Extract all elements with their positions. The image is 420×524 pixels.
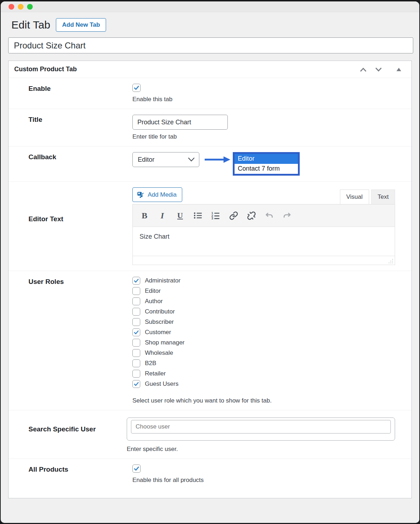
all-products-caption: Enable this for all products (132, 477, 395, 484)
bold-button[interactable]: B (137, 209, 152, 222)
callback-label: Callback (14, 152, 132, 176)
undo-button[interactable] (262, 209, 277, 222)
role-wholesale-checkbox[interactable] (132, 349, 140, 357)
link-icon (229, 211, 238, 220)
move-down-icon[interactable] (374, 66, 383, 73)
add-media-button[interactable]: Add Media (132, 187, 182, 202)
role-retailer-checkbox[interactable] (132, 370, 140, 378)
tab-title-field[interactable] (132, 115, 228, 130)
title-row: Title Enter title for tab (9, 109, 411, 146)
role-customer-checkbox[interactable] (132, 328, 140, 336)
search-user-label: Search Specific User (14, 417, 127, 453)
italic-button[interactable]: I (155, 209, 170, 222)
role-author-checkbox[interactable] (132, 297, 140, 305)
dropdown-option-contact7[interactable]: Contact 7 form (235, 164, 298, 174)
numbered-list-icon: 123 (211, 211, 220, 220)
editor-toolbar: B I U 123 (133, 204, 395, 227)
pointer-arrow-icon (204, 156, 231, 164)
page-title: Edit Tab (11, 19, 50, 31)
search-user-row: Search Specific User Enter specific user… (9, 410, 411, 458)
role-shop-manager: Shop manager (132, 339, 395, 347)
callback-selected-value: Editor (138, 156, 154, 164)
chevron-down-icon (188, 157, 195, 162)
title-label: Title (14, 115, 132, 140)
role-b2b: B2B (132, 359, 395, 367)
editor-text-row: Editor Text Add Media Visu (9, 181, 411, 271)
editor-text-label: Editor Text (14, 187, 132, 265)
italic-icon: I (161, 211, 164, 221)
search-user-caption: Enter specific user. (127, 446, 395, 453)
move-up-icon[interactable] (358, 66, 368, 73)
role-b2b-checkbox[interactable] (132, 359, 140, 367)
role-wholesale: Wholesale (132, 349, 395, 357)
resize-handle[interactable] (388, 259, 393, 264)
role-contributor-checkbox[interactable] (132, 308, 140, 316)
role-author: Author (132, 297, 395, 305)
all-products-label: All Products (14, 465, 132, 484)
role-subscriber: Subscriber (132, 318, 395, 326)
title-caption: Enter title for tab (132, 133, 395, 140)
collapse-toggle-icon[interactable] (395, 67, 402, 72)
role-guest-users-checkbox[interactable] (132, 380, 140, 388)
link-button[interactable] (226, 209, 241, 222)
unlink-button[interactable] (244, 209, 259, 222)
enable-caption: Enable this tab (132, 96, 395, 103)
role-shop-manager-checkbox[interactable] (132, 339, 140, 347)
all-products-row: All Products Enable this for all product… (9, 458, 411, 494)
add-new-tab-button[interactable]: Add New Tab (56, 18, 106, 32)
close-window-icon[interactable] (9, 4, 14, 10)
media-icon (137, 191, 145, 198)
role-subscriber-checkbox[interactable] (132, 318, 140, 326)
dropdown-option-editor[interactable]: Editor (235, 154, 298, 164)
tab-text[interactable]: Text (371, 190, 395, 204)
callback-row: Callback Editor Editor Contact 7 form (9, 146, 411, 181)
user-roles-list: Administrator Editor Author Contributor … (132, 277, 395, 388)
tab-visual[interactable]: Visual (340, 190, 369, 204)
editor-statusbar (133, 256, 395, 265)
role-contributor: Contributor (132, 308, 395, 316)
user-roles-label: User Roles (14, 277, 132, 404)
minimize-window-icon[interactable] (18, 4, 23, 10)
wysiwyg-editor: B I U 123 (132, 204, 395, 265)
callback-select[interactable]: Editor (132, 152, 199, 167)
underline-icon: U (177, 211, 183, 220)
enable-checkbox[interactable] (132, 84, 141, 92)
tab-title-input[interactable] (8, 37, 413, 53)
role-editor: Editor (132, 287, 395, 295)
enable-row: Enable Enable this tab (9, 78, 411, 109)
role-administrator-checkbox[interactable] (132, 277, 140, 285)
custom-product-tab-metabox: Custom Product Tab Enable Enable (8, 61, 412, 498)
bulleted-list-icon (193, 211, 203, 220)
callback-dropdown: Editor Contact 7 form (233, 152, 300, 176)
choose-user-input[interactable] (131, 420, 391, 434)
all-products-checkbox[interactable] (132, 465, 141, 473)
user-roles-row: User Roles Administrator Editor Author C (9, 271, 411, 410)
editor-content-area[interactable]: Size Chart (133, 227, 395, 256)
bulleted-list-button[interactable] (190, 209, 205, 222)
role-customer: Customer (132, 328, 395, 336)
numbered-list-button[interactable]: 123 (208, 209, 223, 222)
role-editor-checkbox[interactable] (132, 287, 140, 295)
undo-icon (265, 211, 274, 220)
redo-button[interactable] (279, 209, 294, 222)
role-guest-users: Guest Users (132, 380, 395, 388)
enable-label: Enable (14, 84, 132, 103)
user-roles-caption: Select user role which you want to show … (132, 397, 395, 404)
bold-icon: B (142, 211, 147, 221)
underline-button[interactable]: U (173, 209, 188, 222)
metabox-title: Custom Product Tab (14, 66, 77, 73)
role-administrator: Administrator (132, 277, 395, 285)
role-retailer: Retailer (132, 370, 395, 378)
add-media-label: Add Media (148, 191, 177, 198)
user-search-container (127, 417, 395, 441)
redo-icon (283, 211, 292, 220)
window-titlebar (1, 1, 419, 12)
unlink-icon (247, 211, 256, 220)
maximize-window-icon[interactable] (27, 4, 33, 10)
svg-text:3: 3 (211, 217, 213, 220)
app-window: Edit Tab Add New Tab Custom Product Tab … (1, 1, 419, 523)
